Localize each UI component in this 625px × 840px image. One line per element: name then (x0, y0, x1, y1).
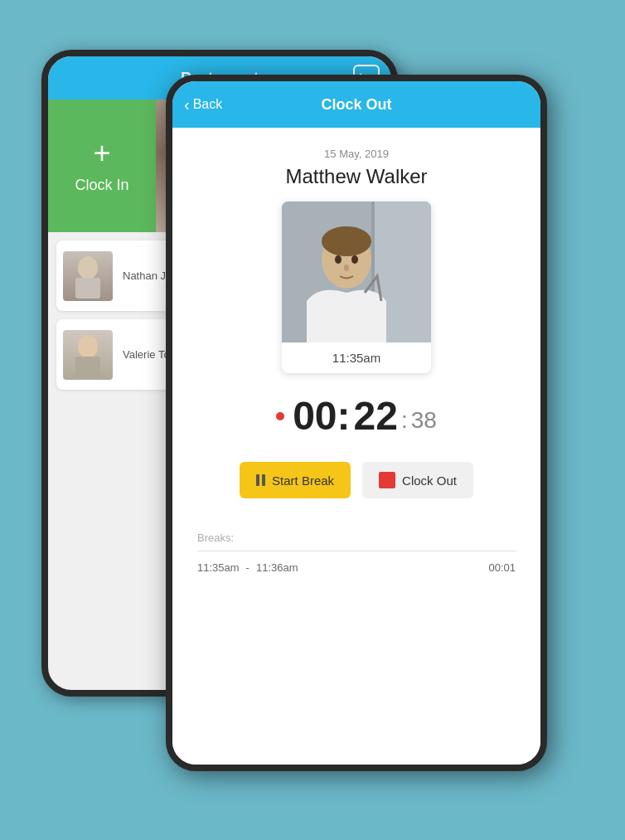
breaks-section: Breaks: 11:35am - 11:36am 00:01 (197, 532, 516, 574)
front-tablet: ‹ Back Clock Out 15 May, 2019 Matthew Wa… (166, 75, 547, 771)
clock-out-icon (379, 472, 395, 488)
employee-photo-card: 11:35am (282, 202, 431, 373)
break-duration: 00:01 (488, 561, 516, 574)
employee-name: Matthew Walker (285, 165, 427, 188)
svg-point-20 (78, 335, 98, 358)
front-tablet-title: Clock Out (321, 96, 391, 114)
break-dash: - (246, 561, 250, 574)
svg-rect-21 (75, 357, 100, 377)
break-row-1: 11:35am - 11:36am 00:01 (197, 561, 516, 574)
timer-recording-dot (276, 412, 284, 420)
start-break-button[interactable]: Start Break (240, 462, 351, 498)
employee-date: 15 May, 2019 (324, 148, 389, 160)
svg-rect-19 (75, 278, 100, 299)
plus-icon: + (93, 138, 110, 168)
svg-point-27 (335, 255, 342, 264)
svg-point-18 (78, 256, 98, 279)
timer-seconds: : (401, 407, 408, 434)
clock-out-label: Clock Out (402, 473, 457, 488)
back-chevron-icon: ‹ (184, 95, 190, 114)
timer-minutes: 22 (354, 393, 398, 439)
breaks-label: Breaks: (197, 532, 516, 544)
front-tablet-body: 15 May, 2019 Matthew Walker (172, 128, 540, 765)
employee-clock-in-time: 11:35am (282, 342, 431, 373)
back-button[interactable]: ‹ Back (172, 95, 234, 114)
clock-in-button[interactable]: + Clock In (48, 100, 156, 232)
employee-photo (282, 202, 431, 342)
person-card-photo-1 (63, 251, 113, 301)
clock-out-button[interactable]: Clock Out (362, 462, 473, 498)
start-break-label: Start Break (272, 473, 334, 488)
timer-hours: 00: (293, 393, 350, 439)
timer-seconds-value: 38 (411, 407, 437, 434)
break-end: 11:36am (256, 561, 298, 574)
back-label: Back (193, 97, 223, 112)
person-card-photo-2 (63, 330, 113, 380)
pause-icon (256, 474, 265, 486)
break-start: 11:35am (197, 561, 240, 574)
action-buttons: Start Break Clock Out (240, 462, 473, 498)
svg-point-28 (351, 255, 358, 264)
svg-point-29 (344, 265, 349, 271)
front-tablet-header: ‹ Back Clock Out (172, 81, 540, 128)
clock-in-label: Clock In (75, 177, 128, 194)
break-times: 11:35am - 11:36am (197, 561, 298, 574)
timer-display: 00: 22 : 38 (276, 393, 437, 439)
svg-point-26 (322, 226, 371, 256)
breaks-divider (197, 551, 516, 551)
